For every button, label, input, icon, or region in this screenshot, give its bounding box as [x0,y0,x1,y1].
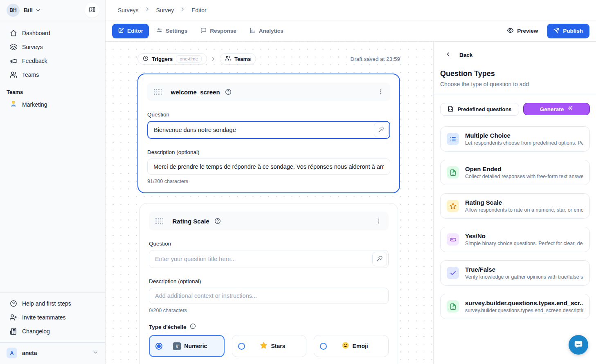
user-name[interactable]: Bill [24,7,33,13]
scale-option-numeric[interactable]: # Numeric [149,335,225,357]
info-icon[interactable] [190,323,196,331]
type-description: survey.builder.questions.types.end_scree… [465,308,583,313]
sparkles-icon [567,105,573,113]
card-menu-button[interactable] [376,218,382,224]
tab-analytics[interactable]: Analytics [244,24,289,38]
sidebar-item-help[interactable]: Help and first steps [3,297,102,310]
description-input[interactable] [149,288,389,304]
draft-status: Draft saved at 23:59 [350,56,400,62]
tab-bar: Editor Settings Response Analytics Previ… [106,20,596,42]
card-menu-button[interactable] [377,89,384,95]
question-type-list: Multiple Choice Let respondents choose f… [440,126,590,319]
user-plus-icon [10,314,17,321]
home-icon [10,29,17,37]
sidebar-item-feedback[interactable]: Feedback [3,54,102,68]
radio-icon [320,343,327,350]
type-card-end-screen[interactable]: survey.builder.questions.types.end_scr..… [440,294,590,319]
chevron-down-icon[interactable] [35,7,41,13]
magic-wand-button[interactable] [374,123,389,137]
sidebar-collapse-button[interactable] [85,3,99,18]
scale-option-emoji[interactable]: Emoji [314,335,389,357]
sidebar-item-label: Help and first steps [22,300,71,307]
type-name: Open Ended [465,165,583,172]
sidebar: BH Bill Dashboard Surv [0,0,106,364]
sidebar-item-label: Dashboard [22,30,50,36]
drag-handle-icon[interactable] [154,89,162,95]
chat-bubble-icon [573,339,584,351]
team-item-label: Marketing [22,101,47,108]
drag-handle-icon[interactable] [155,218,164,224]
help-circle-icon[interactable] [225,89,232,95]
tab-label: Analytics [259,28,283,34]
question-card-rating-scale[interactable]: Rating Scale Question Description (optio… [139,203,398,364]
tab-settings[interactable]: Settings [151,24,193,38]
radio-icon [238,343,245,350]
sidebar-header: BH Bill [0,0,105,20]
org-switcher[interactable]: A aneta [0,342,105,364]
teams-pill-label: Teams [234,56,251,62]
publish-button[interactable]: Publish [547,24,589,38]
teams-pill[interactable]: Teams [220,53,256,65]
sidebar-item-marketing[interactable]: Marketing [3,98,102,112]
type-name: Multiple Choice [465,132,583,139]
help-circle-icon [10,300,17,307]
question-card-header: Rating Scale [149,212,389,230]
question-card-welcome-screen[interactable]: welcome_screen Question Description (opt… [137,74,400,193]
triggers-pill[interactable]: Triggers one-time [137,53,207,65]
sidebar-item-teams[interactable]: Teams [3,68,102,82]
chat-launcher-button[interactable] [569,335,588,355]
predefined-questions-label: Predefined questions [457,106,511,112]
smiley-emoji [342,342,349,351]
sliders-icon [156,27,162,35]
bar-chart-icon [250,27,256,35]
type-description: Let respondents choose from predefined o… [465,140,583,146]
description-label: Description (optional) [147,149,390,155]
divider [434,94,596,94]
users-icon [10,71,17,78]
type-card-open-ended[interactable]: Open Ended Collect detailed responses wi… [440,160,590,185]
magic-wand-button[interactable] [372,252,387,266]
question-card-title: welcome_screen [171,89,220,96]
help-circle-icon[interactable] [214,218,221,224]
breadcrumb-survey[interactable]: Survey [156,7,174,13]
megaphone-icon [10,57,17,65]
question-title-input[interactable] [147,121,390,139]
description-input[interactable] [147,159,390,175]
sidebar-item-surveys[interactable]: Surveys [3,40,102,54]
chevron-right-icon [210,56,216,62]
predefined-questions-button[interactable]: Predefined questions [440,103,519,116]
type-card-true-false[interactable]: True/False Verify knowledge or gather op… [440,260,590,286]
question-title-input[interactable] [149,250,389,268]
sidebar-nav: Dashboard Surveys Feedback Teams [0,20,105,82]
file-text-icon [447,300,459,313]
type-card-yes-no[interactable]: Yes/No Simple binary choice questions. P… [440,227,590,252]
user-avatar[interactable]: BH [7,4,20,17]
generate-label: Generate [540,106,564,112]
main-area: Surveys Survey Editor Editor Settings Re… [106,0,596,364]
breadcrumb-editor[interactable]: Editor [191,7,207,13]
type-card-multiple-choice[interactable]: Multiple Choice Let respondents choose f… [440,126,590,152]
preview-button[interactable]: Preview [502,24,543,38]
sidebar-item-changelog[interactable]: Changelog [3,324,102,338]
sidebar-item-dashboard[interactable]: Dashboard [3,26,102,40]
generate-button[interactable]: Generate [523,103,590,115]
sidebar-item-invite[interactable]: Invite teammates [3,310,102,324]
type-name: Yes/No [465,232,583,239]
panel-toggle-icon [89,6,96,14]
pencil-square-icon [118,27,124,35]
tab-response[interactable]: Response [195,24,242,38]
canvas-toolbar: Triggers one-time Teams Draft saved at 2… [137,53,400,65]
type-card-rating-scale[interactable]: Rating Scale Allow respondents to rate o… [440,193,590,219]
breadcrumb-surveys[interactable]: Surveys [118,7,139,13]
back-button[interactable]: Back [440,51,590,58]
users-icon [225,55,231,63]
clock-icon [143,56,148,63]
scale-option-stars[interactable]: Stars [232,335,307,357]
sidebar-footer: Help and first steps Invite teammates Ch… [0,292,105,338]
scale-option-label: Emoji [353,343,368,349]
tab-editor[interactable]: Editor [112,24,149,38]
scale-type-label: Type d'échelle [149,323,389,331]
scale-option-label: Stars [271,343,285,349]
back-label: Back [459,52,472,58]
org-name: aneta [22,350,88,356]
